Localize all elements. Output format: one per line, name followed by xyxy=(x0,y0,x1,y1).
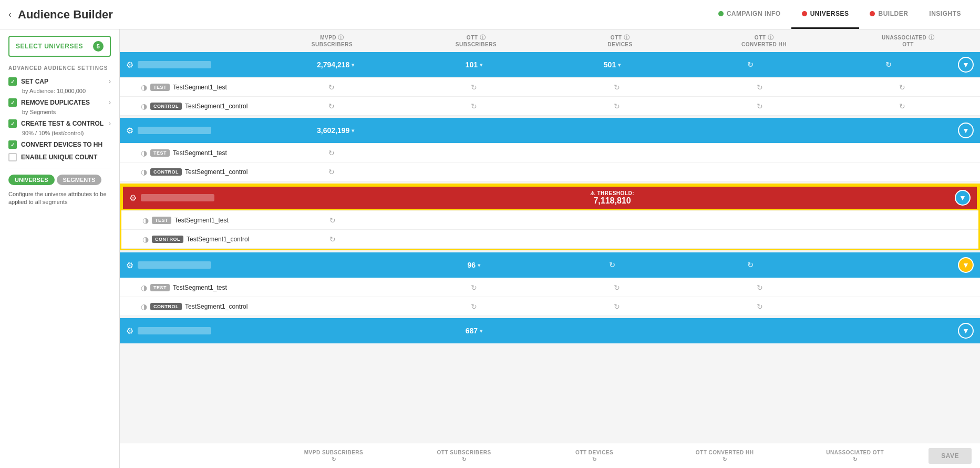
set-cap-sub: by Audience: 10,000,000 xyxy=(22,88,111,94)
seg3-test-ott-conv xyxy=(688,216,830,225)
seg2-test-ott-dev xyxy=(545,149,688,157)
tab-campaign-info-label: CAMPAIGN INFO xyxy=(727,10,781,17)
universe-4-mvpd xyxy=(266,261,405,269)
segment-2-test-tag: TEST xyxy=(150,149,170,157)
bottom-col-ott-dev: OTT DEVICES ↻ xyxy=(529,450,659,462)
universe-5-settings-icon[interactable]: ⚙ xyxy=(126,326,133,336)
tab-campaign-info[interactable]: CAMPAIGN INFO xyxy=(708,0,791,29)
set-cap-chevron[interactable]: › xyxy=(109,78,111,85)
universe-4-name xyxy=(138,261,211,269)
universe-3-threshold: ⚠ THRESHOLD: 7,118,810 xyxy=(270,190,955,206)
universe-1-mvpd: 2,794,218 ▾ xyxy=(266,60,405,69)
universe-row-5: ⚙ 687 ▾ ▼ xyxy=(120,318,980,343)
segment-4-test-pie-icon: ◑ xyxy=(141,283,147,292)
universe-5-ott-conv xyxy=(682,327,820,335)
sidebar-tab-universes[interactable]: UNIVERSES xyxy=(8,175,55,185)
seg1-test-unassoc: ↻ xyxy=(831,83,974,91)
bottom-refresh-ott-sub[interactable]: ↻ xyxy=(462,456,467,462)
universe-2-ott-conv xyxy=(682,126,820,135)
seg4-ctrl-ott-dev: ↻ xyxy=(545,302,688,311)
seg1-test-mvpd: ↻ xyxy=(260,83,403,91)
tab-insights[interactable]: INSIGHTS xyxy=(919,0,972,29)
segment-row-2-test: ◑ TEST TestSegment1_test ↻ xyxy=(120,144,980,162)
convert-devices-label: CONVERT DEVICES TO HH xyxy=(21,141,111,148)
universe-2-mvpd: 3,602,199 ▾ xyxy=(266,126,405,135)
universes-count-badge: 5 xyxy=(93,41,104,52)
universe-3-filter-button[interactable]: ▼ xyxy=(955,190,971,206)
seg4-test-ott-dev: ↻ xyxy=(545,283,688,292)
enable-unique-count-row: ENABLE UNIQUE COUNT xyxy=(8,153,111,161)
universe-row-1: ⚙ 2,794,218 ▾ 101 ▾ 501 ▾ ↻ ↻ ▼ xyxy=(120,52,980,77)
seg1-test-ott-sub: ↻ xyxy=(403,83,546,91)
bottom-refresh-unassoc[interactable]: ↻ xyxy=(853,456,858,462)
universe-block-3: ⚙ ⚠ THRESHOLD: 7,118,810 ▼ xyxy=(120,184,980,250)
seg3-test-unassoc xyxy=(830,216,972,225)
universe-2-unassoc xyxy=(820,126,958,135)
convert-devices-checkbox[interactable] xyxy=(8,140,17,149)
universe-2-filter-button[interactable]: ▼ xyxy=(958,123,974,138)
universe-1-filter-button[interactable]: ▼ xyxy=(958,57,974,73)
universe-block-5: ⚙ 687 ▾ ▼ xyxy=(120,318,980,343)
threshold-value: 7,118,810 xyxy=(593,196,631,206)
universe-1-settings-icon[interactable]: ⚙ xyxy=(126,60,133,70)
seg3-ctrl-ott-sub xyxy=(404,235,545,243)
create-test-control-checkbox[interactable] xyxy=(8,119,17,128)
segment-1-test-tag: TEST xyxy=(150,84,170,91)
segment-2-test-pie-icon: ◑ xyxy=(141,149,147,157)
tab-builder[interactable]: BUILDER xyxy=(859,0,919,29)
seg3-test-ott-sub xyxy=(404,216,545,225)
tab-universes[interactable]: UNIVERSES xyxy=(791,0,860,29)
threshold-box: ⚠ THRESHOLD: 7,118,810 xyxy=(590,190,634,206)
bottom-refresh-ott-dev[interactable]: ↻ xyxy=(592,456,597,462)
remove-duplicates-row: REMOVE DUPLICATES › xyxy=(8,98,111,107)
back-button[interactable]: ‹ xyxy=(8,9,12,20)
seg3-ctrl-mvpd: ↻ xyxy=(262,235,404,243)
universe-3-name xyxy=(141,194,214,201)
bottom-refresh-mvpd[interactable]: ↻ xyxy=(332,456,336,462)
universe-2-settings-icon[interactable]: ⚙ xyxy=(126,126,133,136)
seg3-ctrl-ott-conv xyxy=(688,235,830,243)
universe-block-4: ⚙ 96 ▾ ↻ ↻ ▼ ◑ TEST TestSegment1_test xyxy=(120,252,980,316)
column-headers: MVPD ⓘSUBSCRIBERS OTT ⓘSUBSCRIBERS OTT ⓘ… xyxy=(120,29,980,52)
universe-4-settings-icon[interactable]: ⚙ xyxy=(126,260,133,270)
col-header-unassoc: UNASSOCIATED ⓘOTT xyxy=(836,34,980,48)
segment-1-test-name: TestSegment1_test xyxy=(173,84,227,91)
col-header-mvpd: MVPD ⓘSUBSCRIBERS xyxy=(260,34,404,48)
segment-4-control-pie-icon: ◑ xyxy=(141,302,147,311)
segment-row-4-test: ◑ TEST TestSegment1_test ↻ ↻ ↻ xyxy=(120,278,980,297)
segment-3-control-tag: CONTROL xyxy=(152,236,183,243)
remove-duplicates-chevron[interactable]: › xyxy=(109,99,111,106)
sidebar-tab-segments[interactable]: SEGMENTS xyxy=(57,175,102,185)
seg1-ctrl-ott-dev: ↻ xyxy=(545,102,688,110)
universe-row-4: ⚙ 96 ▾ ↻ ↻ ▼ xyxy=(120,252,980,278)
universe-1-ott-sub: 101 ▾ xyxy=(405,60,543,69)
remove-duplicates-sub: by Segments xyxy=(22,109,111,115)
universe-row-3: ⚙ ⚠ THRESHOLD: 7,118,810 ▼ xyxy=(121,185,978,210)
save-button[interactable]: SAVE xyxy=(929,448,972,464)
universe-3-settings-icon[interactable]: ⚙ xyxy=(129,193,137,203)
segment-3-test-name: TestSegment1_test xyxy=(174,217,229,224)
segment-3-control-name: TestSegment1_control xyxy=(187,236,249,243)
segment-1-test-pie-icon: ◑ xyxy=(141,83,147,91)
universe-2-ott-dev xyxy=(543,126,681,135)
select-universes-button[interactable]: SELECT UNIVERSES 5 xyxy=(8,36,111,57)
set-cap-checkbox[interactable] xyxy=(8,77,17,86)
segment-4-control-tag: CONTROL xyxy=(150,303,182,310)
enable-unique-count-checkbox[interactable] xyxy=(8,153,17,161)
segment-4-test-name: TestSegment1_test xyxy=(173,284,227,291)
create-test-control-row: CREATE TEST & CONTROL › xyxy=(8,119,111,128)
threshold-warning-icon: ⚠ xyxy=(590,190,595,196)
seg4-test-unassoc xyxy=(831,283,974,292)
builder-dot xyxy=(870,11,875,16)
segment-4-control-name: TestSegment1_control xyxy=(185,303,247,310)
universe-4-filter-button[interactable]: ▼ xyxy=(958,257,974,273)
segment-row-4-control: ◑ CONTROL TestSegment1_control ↻ ↻ ↻ xyxy=(120,297,980,316)
remove-duplicates-checkbox[interactable] xyxy=(8,98,17,107)
universe-5-name xyxy=(138,327,211,334)
create-test-control-chevron[interactable]: › xyxy=(109,120,111,127)
set-cap-row: SET CAP › xyxy=(8,77,111,86)
seg1-ctrl-unassoc: ↻ xyxy=(831,102,974,110)
bottom-bar: MVPD SUBSCRIBERS ↻ OTT SUBSCRIBERS ↻ OTT… xyxy=(120,443,980,468)
bottom-refresh-ott-conv[interactable]: ↻ xyxy=(723,456,727,462)
universe-5-filter-button[interactable]: ▼ xyxy=(958,323,974,339)
